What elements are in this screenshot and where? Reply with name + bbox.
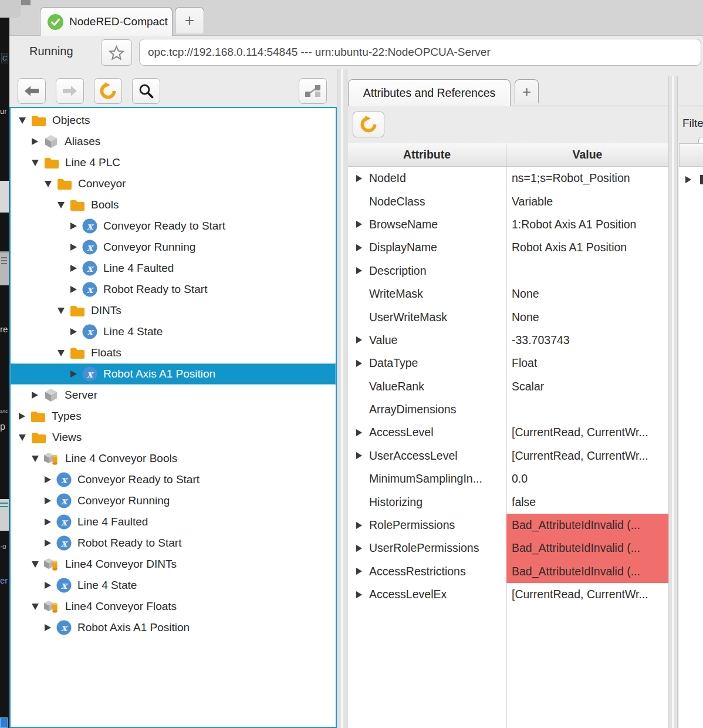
tree-item[interactable]: x Conveyor Ready to Start (11, 469, 336, 490)
refresh-button[interactable] (94, 78, 122, 104)
search-button[interactable] (132, 78, 160, 104)
tree-item[interactable]: x Line 4 State (11, 575, 336, 596)
attribute-row[interactable]: UserRolePermissions Bad_AttributeIdInval… (348, 537, 668, 560)
expander-icon[interactable] (356, 429, 362, 436)
expander-icon[interactable] (32, 138, 38, 145)
tree-item[interactable]: Views (11, 427, 336, 448)
expander-icon[interactable] (356, 267, 362, 274)
attribute-row[interactable]: NodeClass Variable (348, 190, 668, 213)
attribute-row[interactable]: UserAccessLevel [CurrentRead, CurrentWr.… (348, 444, 668, 467)
expander-icon[interactable] (32, 160, 39, 166)
expander-icon[interactable] (70, 328, 77, 335)
expander-icon[interactable] (45, 540, 51, 547)
attribute-row[interactable]: ValueRank Scalar (348, 375, 668, 398)
expander-icon[interactable] (19, 413, 25, 420)
tree-item[interactable]: Floats (11, 342, 336, 363)
attribute-row[interactable]: Historizing false (348, 490, 668, 513)
expander-icon[interactable] (70, 244, 77, 251)
tree-item[interactable]: x Line 4 State (11, 321, 336, 342)
expander-icon[interactable] (45, 476, 51, 483)
expander-icon[interactable] (356, 221, 362, 228)
expander-icon[interactable] (45, 582, 51, 589)
expander-icon[interactable] (58, 308, 65, 314)
tree-item[interactable]: Aliases (11, 131, 336, 152)
tree-item[interactable]: Conveyor (11, 173, 336, 194)
expander-icon[interactable] (356, 452, 362, 459)
tree-item[interactable]: x Line 4 Faulted (11, 258, 336, 279)
expander-icon[interactable] (58, 350, 65, 356)
expand-icon[interactable] (685, 176, 691, 183)
expander-icon[interactable] (356, 568, 362, 575)
tab-attributes-and-references[interactable]: Attributes and References (348, 79, 511, 106)
column-header-value[interactable]: Value (506, 143, 668, 167)
new-panel-tab-button[interactable]: + (515, 79, 539, 103)
expander-icon[interactable] (32, 456, 39, 462)
attribute-row[interactable]: UserWriteMask None (348, 305, 668, 328)
expander-icon[interactable] (70, 370, 77, 378)
expander-icon[interactable] (356, 522, 362, 529)
attribute-row[interactable]: AccessLevel [CurrentRead, CurrentWr... (348, 421, 668, 444)
tree-item[interactable]: Line4 Conveyor Floats (11, 596, 336, 617)
tree-item[interactable]: x Robot Axis A1 Position (11, 363, 336, 385)
favorite-button[interactable] (101, 39, 132, 66)
tree-item[interactable]: x Line 4 Faulted (11, 511, 336, 532)
attribute-row[interactable]: DisplayName Robot Axis A1 Position (348, 236, 668, 259)
tree-item[interactable]: Objects (11, 110, 336, 131)
expander-icon[interactable] (19, 117, 26, 124)
expander-icon[interactable] (356, 336, 362, 343)
attribute-row[interactable]: AccessRestrictions Bad_AttributeIdInvali… (348, 560, 668, 583)
expander-icon[interactable] (19, 434, 26, 441)
references-splitter[interactable] (668, 76, 678, 728)
tree-item[interactable]: DINTs (11, 300, 336, 321)
attribute-row[interactable]: MinimumSamplingIn... 0.0 (348, 467, 668, 490)
tree-item[interactable]: x Conveyor Running (11, 490, 336, 511)
expander-icon[interactable] (32, 561, 39, 568)
expander-icon[interactable] (356, 244, 362, 251)
attribute-row[interactable]: ArrayDimensions (348, 398, 668, 421)
tree-item[interactable]: x Conveyor Running (11, 237, 336, 258)
expander-icon[interactable] (45, 497, 51, 504)
attribute-row[interactable]: WriteMask None (348, 282, 668, 305)
expander-icon[interactable] (45, 181, 52, 187)
expander-icon[interactable] (32, 604, 39, 610)
background-text-fragment: p (0, 422, 9, 432)
tree-item[interactable]: Line 4 Conveyor Bools (11, 448, 336, 469)
expander-icon[interactable] (70, 265, 77, 272)
expander-icon[interactable] (70, 286, 77, 293)
expander-icon[interactable] (45, 624, 51, 631)
attribute-row[interactable]: Description (348, 259, 668, 282)
tree-item[interactable]: Server (11, 385, 336, 406)
forward-button[interactable] (56, 78, 84, 104)
fit-to-view-button[interactable] (299, 78, 327, 104)
expander-icon[interactable] (58, 202, 65, 208)
column-header-attribute[interactable]: Attribute (348, 143, 506, 167)
tree-item[interactable]: Bools (11, 194, 336, 215)
tree-item[interactable]: x Conveyor Ready to Start (11, 215, 336, 237)
tree-item[interactable]: x Robot Ready to Start (11, 532, 336, 554)
expander-icon[interactable] (45, 518, 51, 525)
expander-icon[interactable] (32, 392, 38, 399)
attribute-row[interactable]: NodeId ns=1;s=Robot_Position (348, 167, 668, 190)
attribute-row[interactable]: Value -33.703743 (348, 329, 668, 352)
tree-item[interactable]: Types (11, 406, 336, 427)
attribute-row[interactable]: RolePermissions Bad_AttributeIdInvalid (… (348, 514, 668, 537)
expander-icon[interactable] (356, 591, 362, 598)
expander-icon[interactable] (70, 223, 77, 230)
attribute-row[interactable]: AccessLevelEx [CurrentRead, CurrentWr... (348, 583, 668, 606)
refresh-attributes-button[interactable] (353, 112, 384, 137)
tree-item[interactable]: x Robot Ready to Start (11, 279, 336, 300)
connection-tab[interactable]: NodeRED-Compact × (40, 7, 173, 36)
attribute-row[interactable]: DataType Float (348, 352, 668, 375)
tree-item[interactable]: Line 4 PLC (11, 152, 336, 173)
tree-item[interactable]: Line4 Conveyor DINTs (11, 554, 336, 575)
expander-icon[interactable] (356, 175, 362, 182)
expander-icon[interactable] (356, 360, 362, 367)
attribute-value: 0.0 (512, 472, 528, 486)
new-connection-tab-button[interactable]: + (175, 7, 204, 33)
expander-icon[interactable] (356, 545, 362, 552)
back-button[interactable] (18, 78, 46, 104)
tree-item[interactable]: x Robot Axis A1 Position (11, 617, 336, 638)
pane-splitter[interactable] (337, 69, 347, 728)
attribute-row[interactable]: BrowseName 1:Robot Axis A1 Position (348, 213, 668, 236)
server-address-input[interactable] (139, 39, 701, 66)
